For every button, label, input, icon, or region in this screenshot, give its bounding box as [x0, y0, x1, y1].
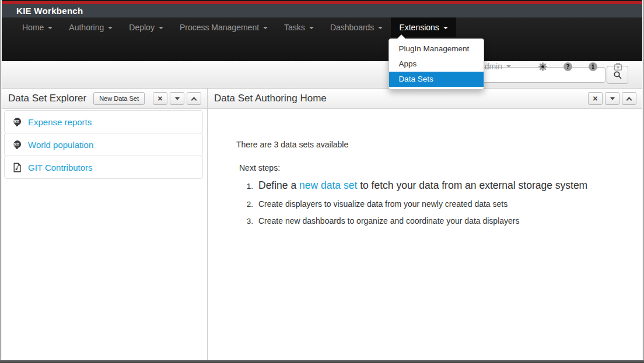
explorer-panel-header: Data Set Explorer New Data Set × [2, 89, 207, 109]
csv-dataset-icon: CSV [12, 117, 22, 127]
data-set-label: GIT Contributors [28, 163, 93, 172]
info-icon[interactable]: i [588, 62, 598, 72]
next-steps-label: Next steps: [239, 163, 631, 172]
caret-down-icon [175, 97, 180, 103]
new-data-set-link[interactable]: new data set [299, 179, 357, 191]
data-set-item-world-population[interactable]: CSV World population [4, 133, 203, 156]
menu-item-dashboards[interactable]: Dashboards [322, 17, 391, 37]
svg-text:CSV: CSV [14, 143, 19, 145]
chevron-down-icon [159, 27, 163, 31]
chevron-down-icon [443, 27, 448, 31]
step-create-dashboards: 3. Create new dashboards to organize and… [240, 216, 631, 225]
panel-close-button[interactable]: × [588, 92, 603, 105]
menu-item-deploy[interactable]: Deploy [121, 17, 172, 37]
step-number: 2. [240, 200, 253, 209]
svg-text:CSV: CSV [14, 120, 19, 122]
help-icon[interactable]: ? [563, 62, 573, 72]
svg-text:i: i [592, 63, 594, 71]
panel-collapse-button[interactable] [187, 92, 201, 105]
data-set-label: Expense reports [28, 117, 92, 127]
home-panel-title: Data Set Authoring Home [208, 93, 586, 104]
panel-close-button[interactable]: × [153, 92, 167, 105]
new-data-set-button[interactable]: New Data Set [93, 92, 145, 105]
chevron-down-icon [378, 27, 383, 31]
menu-item-home[interactable]: Home [14, 17, 61, 37]
window-border-top [0, 0, 644, 1]
bean-dataset-icon [12, 163, 22, 172]
extensions-dropdown: PlugIn Management Apps Data Sets [388, 38, 484, 90]
window-border-bottom [0, 360, 644, 363]
data-set-authoring-home-panel: Data Set Authoring Home × There are 3 da… [208, 89, 642, 360]
chevron-down-icon [309, 27, 314, 31]
chevron-down-icon [108, 27, 113, 31]
kie-workbench-window: KIE Workbench Home Authoring Deploy Proc… [0, 0, 644, 363]
panel-menu-button[interactable] [605, 92, 620, 105]
explorer-panel-title: Data Set Explorer [2, 93, 93, 104]
home-panel-header: Data Set Authoring Home × [208, 89, 642, 109]
chevron-up-icon [191, 97, 197, 103]
close-icon: × [158, 94, 163, 103]
data-set-label: World population [28, 140, 93, 150]
dropdown-item-data-sets[interactable]: Data Sets [389, 72, 484, 87]
window-border-left [0, 0, 2, 363]
panel-collapse-button[interactable] [622, 92, 636, 105]
step-number: 3. [240, 217, 253, 225]
next-steps-list: 1. Define a new data set to fetch your d… [240, 179, 631, 225]
briefcase-plus-icon[interactable] [613, 62, 623, 72]
data-set-list: CSV Expense reports CSV World p [2, 109, 207, 179]
menu-item-process-management[interactable]: Process Management [172, 17, 276, 37]
csv-dataset-icon: CSV [12, 140, 22, 150]
step-create-displayers: 2. Create displayers to visualize data f… [240, 199, 631, 209]
svg-text:?: ? [566, 63, 569, 71]
caret-down-icon [610, 97, 615, 103]
dropdown-item-plugin-management[interactable]: PlugIn Management [389, 41, 484, 57]
close-icon: × [593, 94, 598, 103]
menu-item-extensions[interactable]: Extensions PlugIn Management Apps Data S… [391, 17, 456, 37]
chevron-up-icon [626, 97, 632, 103]
chevron-down-icon [263, 27, 268, 31]
data-sets-available-text: There are 3 data sets available [236, 140, 631, 149]
step-number: 1. [240, 182, 253, 191]
chevron-down-icon [506, 65, 511, 70]
workbench-content: Data Set Explorer New Data Set × C [2, 89, 642, 360]
step-define-data-set: 1. Define a new data set to fetch your d… [240, 179, 631, 192]
app-title: KIE Workbench [0, 6, 83, 16]
data-set-item-git-contributors[interactable]: GIT Contributors [4, 156, 203, 179]
panel-menu-button[interactable] [170, 92, 184, 105]
menu-item-authoring[interactable]: Authoring [61, 17, 121, 37]
data-set-explorer-panel: Data Set Explorer New Data Set × C [2, 89, 208, 360]
gear-icon[interactable] [538, 62, 548, 72]
dropdown-item-apps[interactable]: Apps [389, 57, 484, 72]
main-navbar: Home Authoring Deploy Process Management… [0, 17, 644, 61]
menu-item-tasks[interactable]: Tasks [276, 17, 322, 37]
data-set-item-expense-reports[interactable]: CSV Expense reports [4, 110, 203, 133]
brand-bar: KIE Workbench [0, 4, 644, 17]
home-content: There are 3 data sets available Next ste… [208, 109, 642, 233]
chevron-down-icon [48, 27, 52, 31]
main-menu: Home Authoring Deploy Process Management… [14, 17, 456, 37]
